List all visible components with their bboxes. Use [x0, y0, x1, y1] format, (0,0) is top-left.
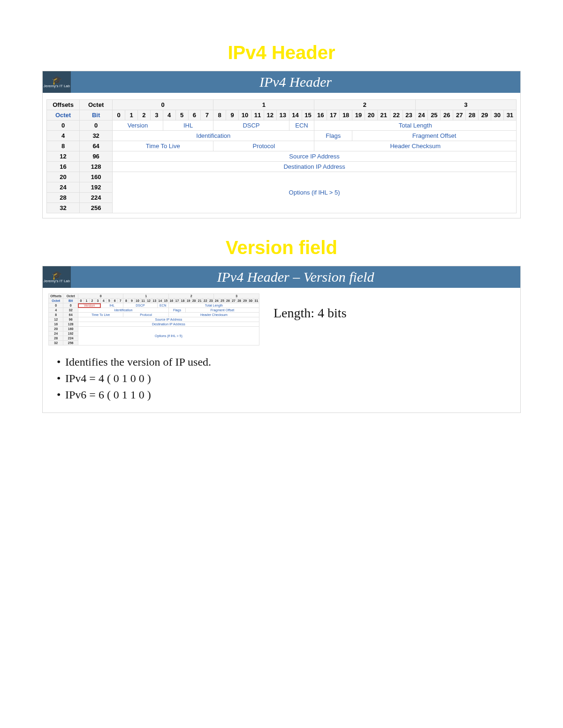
field-cell: IHL — [101, 303, 123, 308]
ipv4-header-table: OffsetsOctet0123OctetBit0123456789101112… — [46, 99, 517, 213]
field-cell: ECN — [289, 120, 314, 131]
heading-1: IPv4 Header — [42, 42, 521, 63]
slide2-body: OffsetsOctet0123OctetBit0123456789101112… — [43, 288, 520, 349]
field-cell: Version — [78, 303, 100, 308]
bullet-item: IPv4 = 4 ( 0 1 0 0 ) — [57, 370, 520, 387]
field-cell: Destination IP Address — [113, 162, 517, 172]
field-cell: Fragment Offset — [186, 308, 259, 313]
field-cell: DSCP — [123, 303, 157, 308]
bullet-item: IPv6 = 6 ( 0 1 1 0 ) — [57, 387, 520, 403]
bullet-item: Identifies the version of IP used. — [57, 354, 520, 370]
slide-bar-2: 🎓 Jeremy's IT Lab IPv4 Header – Version … — [43, 266, 520, 288]
logo-text: Jeremy's IT Lab — [44, 84, 70, 88]
slide-bar: 🎓 Jeremy's IT Lab IPv4 Header — [43, 71, 520, 93]
heading-2: Version field — [42, 237, 521, 258]
field-cell: Options (if IHL > 5) — [113, 172, 517, 213]
slide-title-2: IPv4 Header – Version field — [71, 266, 520, 288]
field-cell: Flags — [168, 308, 185, 313]
logo-text: Jeremy's IT Lab — [44, 279, 70, 283]
field-cell: Header Checksum — [168, 313, 259, 317]
field-cell: Time To Live — [78, 313, 123, 317]
slide-ipv4-header: 🎓 Jeremy's IT Lab IPv4 Header OffsetsOct… — [42, 71, 521, 218]
bullet-list: Identifies the version of IP used.IPv4 =… — [43, 354, 520, 403]
field-cell: Identification — [78, 308, 168, 313]
field-cell: Version — [113, 120, 163, 131]
ipv4-header-table-wrap: OffsetsOctet0123OctetBit0123456789101112… — [43, 93, 520, 218]
field-cell: Time To Live — [113, 141, 213, 151]
field-cell: Source IP Address — [78, 317, 259, 322]
grad-cap-icon: 🎓 — [52, 76, 62, 84]
field-cell: Total Length — [168, 303, 259, 308]
logo: 🎓 Jeremy's IT Lab — [43, 71, 71, 93]
field-cell: Total Length — [314, 120, 517, 131]
field-cell: Protocol — [123, 313, 169, 317]
slide-title: IPv4 Header — [71, 71, 520, 93]
field-cell: Options (if IHL > 5) — [78, 327, 259, 345]
slide-version-field: 🎓 Jeremy's IT Lab IPv4 Header – Version … — [42, 266, 521, 413]
field-cell: Destination IP Address — [78, 322, 259, 327]
logo: 🎓 Jeremy's IT Lab — [43, 266, 71, 288]
field-cell: Source IP Address — [113, 151, 517, 162]
field-cell: ECN — [157, 303, 168, 308]
field-cell: Flags — [314, 131, 352, 141]
grad-cap-icon: 🎓 — [52, 271, 62, 279]
field-cell: Protocol — [213, 141, 314, 151]
mini-table-wrap: OffsetsOctet0123OctetBit0123456789101112… — [48, 293, 259, 345]
content: IPv4 Header 🎓 Jeremy's IT Lab IPv4 Heade… — [42, 42, 521, 432]
ipv4-header-table-mini: OffsetsOctet0123OctetBit0123456789101112… — [48, 293, 259, 345]
field-cell: DSCP — [213, 120, 289, 131]
field-cell: Identification — [113, 131, 314, 141]
field-cell: IHL — [163, 120, 213, 131]
field-cell: Header Checksum — [314, 141, 517, 151]
length-text: Length: 4 bits — [274, 306, 347, 321]
page: IPv4 Header 🎓 Jeremy's IT Lab IPv4 Heade… — [0, 0, 563, 728]
field-cell: Fragment Offset — [352, 131, 517, 141]
